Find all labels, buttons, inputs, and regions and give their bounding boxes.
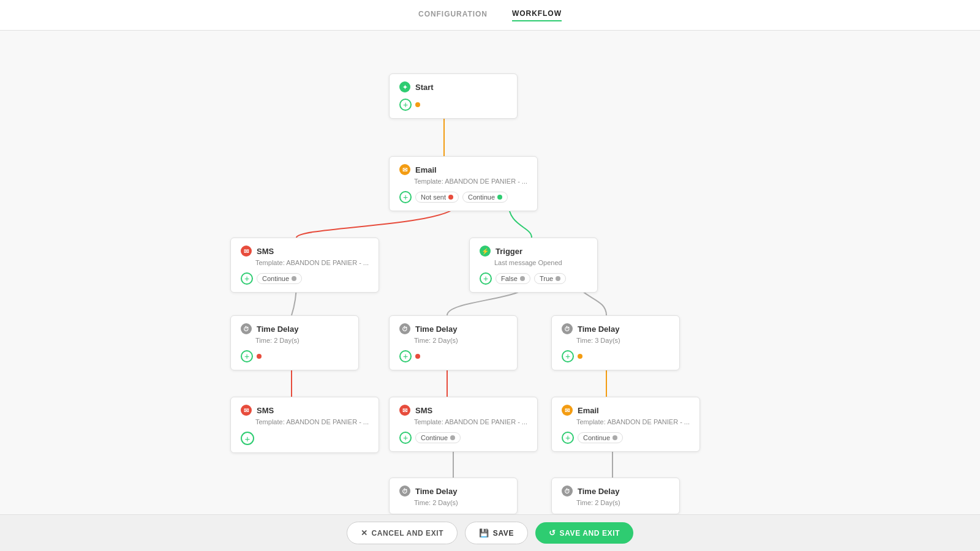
node-delay-right: ⏱ Time Delay Time: 3 Day(s) +: [551, 315, 680, 370]
node-delay-bottom-left: ⏱ Time Delay Time: 2 Day(s): [389, 478, 518, 514]
cancel-button[interactable]: ✕ CANCEL AND EXIT: [347, 522, 458, 544]
node-trigger1-footer: + False True: [480, 272, 587, 285]
sms1-add-button[interactable]: +: [241, 272, 253, 285]
sms3-continue-pill[interactable]: Continue: [415, 432, 461, 443]
node-sms3-subtitle: Template: ABANDON DE PANIER - ...: [414, 418, 527, 425]
node-sms1-title: ✉ SMS: [241, 246, 369, 257]
node-start-footer: +: [399, 99, 507, 111]
delay-bottom-right-icon: ⏱: [562, 485, 573, 497]
node-trigger1-title: ⚡ Trigger: [480, 246, 587, 257]
node-delay-right-footer: +: [562, 350, 669, 362]
sms1-continue-dot: [292, 276, 296, 281]
header: CONFIGURATION WORKFLOW: [0, 0, 980, 31]
node-delay-center-subtitle: Time: 2 Day(s): [414, 337, 507, 344]
toolbar: ✕ CANCEL AND EXIT 💾 SAVE ↺ SAVE AND EXIT: [0, 514, 980, 551]
node-email2-footer: + Continue: [562, 432, 690, 444]
node-trigger1-subtitle: Last message Opened: [494, 259, 587, 266]
node-delay-center-title: ⏱ Time Delay: [399, 323, 507, 334]
node-trigger1: ⚡ Trigger Last message Opened + False Tr…: [469, 238, 598, 293]
delay-left-output-dot: [257, 354, 262, 359]
delay-left-add-button[interactable]: +: [241, 350, 253, 362]
sms1-icon: ✉: [241, 246, 252, 257]
node-delay-center: ⏱ Time Delay Time: 2 Day(s) +: [389, 315, 518, 370]
sms3-add-button[interactable]: +: [399, 432, 412, 444]
sms3-icon: ✉: [399, 405, 410, 416]
node-email1-footer: + Not sent Continue: [399, 191, 527, 203]
trigger1-icon: ⚡: [480, 246, 491, 257]
node-delay-left-footer: +: [241, 350, 349, 362]
email1-icon: ✉: [399, 164, 410, 175]
node-start: ✦ Start +: [389, 73, 518, 119]
node-sms1: ✉ SMS Template: ABANDON DE PANIER - ... …: [230, 238, 379, 293]
trigger1-true-pill[interactable]: True: [534, 273, 566, 284]
trigger1-true-dot: [556, 276, 560, 281]
start-output-dot: [415, 102, 420, 107]
node-delay-bottom-right-subtitle: Time: 2 Day(s): [576, 499, 669, 506]
node-email1: ✉ Email Template: ABANDON DE PANIER - ..…: [389, 156, 538, 211]
node-sms3: ✉ SMS Template: ABANDON DE PANIER - ... …: [389, 397, 538, 452]
tab-workflow[interactable]: WORKFLOW: [512, 9, 562, 21]
node-email1-subtitle: Template: ABANDON DE PANIER - ...: [414, 178, 527, 185]
sms2-add-button[interactable]: +: [241, 432, 254, 445]
node-sms2-subtitle: Template: ABANDON DE PANIER - ...: [255, 418, 369, 425]
email2-icon: ✉: [562, 405, 573, 416]
node-sms1-footer: + Continue: [241, 272, 369, 285]
email1-not-sent-pill[interactable]: Not sent: [415, 192, 459, 203]
email1-add-button[interactable]: +: [399, 191, 412, 203]
email2-continue-dot: [612, 435, 617, 440]
delay-left-icon: ⏱: [241, 323, 252, 334]
save-button[interactable]: 💾 SAVE: [465, 522, 528, 544]
email2-add-button[interactable]: +: [562, 432, 574, 444]
node-email1-title: ✉ Email: [399, 164, 527, 175]
node-sms2-footer: +: [241, 432, 369, 445]
node-sms1-subtitle: Template: ABANDON DE PANIER - ...: [255, 259, 369, 266]
tab-configuration[interactable]: CONFIGURATION: [418, 10, 488, 21]
cancel-icon: ✕: [361, 528, 368, 538]
save-exit-icon: ↺: [549, 528, 556, 538]
delay-center-add-button[interactable]: +: [399, 350, 412, 362]
delay-right-icon: ⏱: [562, 323, 573, 334]
node-sms2: ✉ SMS Template: ABANDON DE PANIER - ... …: [230, 397, 379, 453]
delay-right-output-dot: [578, 354, 582, 359]
node-sms3-title: ✉ SMS: [399, 405, 527, 416]
save-icon: 💾: [479, 528, 489, 538]
email1-not-sent-dot: [448, 195, 453, 200]
save-exit-button[interactable]: ↺ SAVE AND EXIT: [535, 522, 633, 544]
email1-continue-pill[interactable]: Continue: [462, 192, 508, 203]
node-sms2-title: ✉ SMS: [241, 405, 369, 416]
trigger1-add-button[interactable]: +: [480, 272, 492, 285]
node-delay-center-footer: +: [399, 350, 507, 362]
node-delay-bottom-left-title: ⏱ Time Delay: [399, 485, 507, 497]
trigger1-false-dot: [520, 276, 525, 281]
node-delay-bottom-left-subtitle: Time: 2 Day(s): [414, 499, 507, 506]
workflow-area: ✦ Start + ✉ Email Template: ABANDON DE P…: [0, 31, 980, 514]
sms3-continue-dot: [450, 435, 455, 440]
node-delay-right-title: ⏱ Time Delay: [562, 323, 669, 334]
node-email2: ✉ Email Template: ABANDON DE PANIER - ..…: [551, 397, 700, 452]
node-delay-left-title: ⏱ Time Delay: [241, 323, 349, 334]
node-sms3-footer: + Continue: [399, 432, 527, 444]
delay-center-icon: ⏱: [399, 323, 410, 334]
delay-right-add-button[interactable]: +: [562, 350, 574, 362]
email2-continue-pill[interactable]: Continue: [578, 432, 623, 443]
start-icon: ✦: [399, 81, 410, 92]
start-add-button[interactable]: +: [399, 99, 412, 111]
sms1-continue-pill[interactable]: Continue: [257, 273, 302, 284]
node-delay-left: ⏱ Time Delay Time: 2 Day(s) +: [230, 315, 359, 370]
node-delay-bottom-right: ⏱ Time Delay Time: 2 Day(s): [551, 478, 680, 514]
node-delay-right-subtitle: Time: 3 Day(s): [576, 337, 669, 344]
node-start-title: ✦ Start: [399, 81, 507, 92]
email1-continue-dot: [497, 195, 502, 200]
node-email2-title: ✉ Email: [562, 405, 690, 416]
node-email2-subtitle: Template: ABANDON DE PANIER - ...: [576, 418, 690, 425]
workflow-canvas: ✦ Start + ✉ Email Template: ABANDON DE P…: [0, 31, 980, 514]
trigger1-false-pill[interactable]: False: [496, 273, 530, 284]
sms2-icon: ✉: [241, 405, 252, 416]
delay-center-output-dot: [415, 354, 420, 359]
node-delay-left-subtitle: Time: 2 Day(s): [255, 337, 349, 344]
node-delay-bottom-right-title: ⏱ Time Delay: [562, 485, 669, 497]
delay-bottom-left-icon: ⏱: [399, 485, 410, 497]
